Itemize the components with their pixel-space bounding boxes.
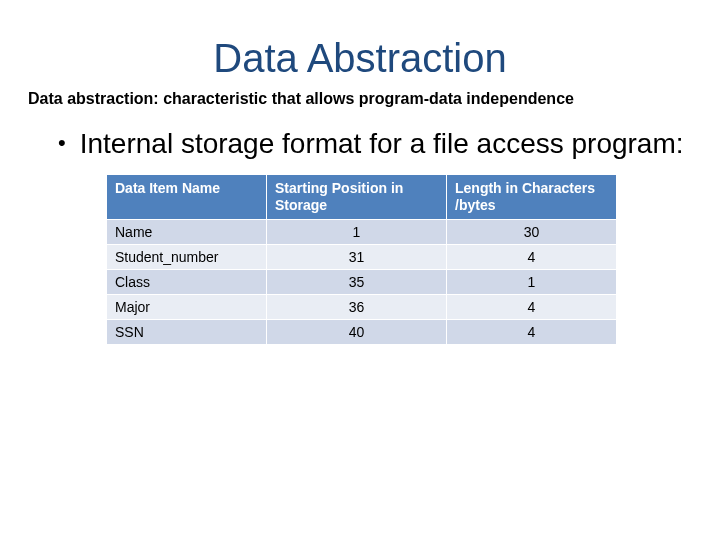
cell-length: 1	[447, 269, 617, 294]
cell-length: 4	[447, 319, 617, 344]
col-header-length: Length in Characters /bytes	[447, 175, 617, 220]
cell-name: Student_number	[107, 244, 267, 269]
table-row: Major 36 4	[107, 294, 617, 319]
cell-length: 4	[447, 294, 617, 319]
col-header-name: Data Item Name	[107, 175, 267, 220]
table-header-row: Data Item Name Starting Position in Stor…	[107, 175, 617, 220]
table-row: Class 35 1	[107, 269, 617, 294]
subtitle: Data abstraction: characteristic that al…	[28, 89, 692, 109]
page-title: Data Abstraction	[28, 36, 692, 81]
table-row: Student_number 31 4	[107, 244, 617, 269]
cell-name: Major	[107, 294, 267, 319]
cell-start: 36	[267, 294, 447, 319]
col-header-start: Starting Position in Storage	[267, 175, 447, 220]
cell-start: 31	[267, 244, 447, 269]
table-row: SSN 40 4	[107, 319, 617, 344]
cell-length: 4	[447, 244, 617, 269]
storage-table: Data Item Name Starting Position in Stor…	[106, 174, 617, 345]
cell-start: 1	[267, 219, 447, 244]
cell-name: SSN	[107, 319, 267, 344]
bullet-item: • Internal storage format for a file acc…	[58, 127, 692, 160]
cell-start: 35	[267, 269, 447, 294]
storage-table-wrap: Data Item Name Starting Position in Stor…	[106, 174, 616, 345]
cell-name: Class	[107, 269, 267, 294]
cell-start: 40	[267, 319, 447, 344]
slide: Data Abstraction Data abstraction: chara…	[0, 0, 720, 540]
cell-name: Name	[107, 219, 267, 244]
table-row: Name 1 30	[107, 219, 617, 244]
bullet-dot-icon: •	[58, 127, 66, 159]
cell-length: 30	[447, 219, 617, 244]
bullet-text: Internal storage format for a file acces…	[80, 127, 684, 160]
